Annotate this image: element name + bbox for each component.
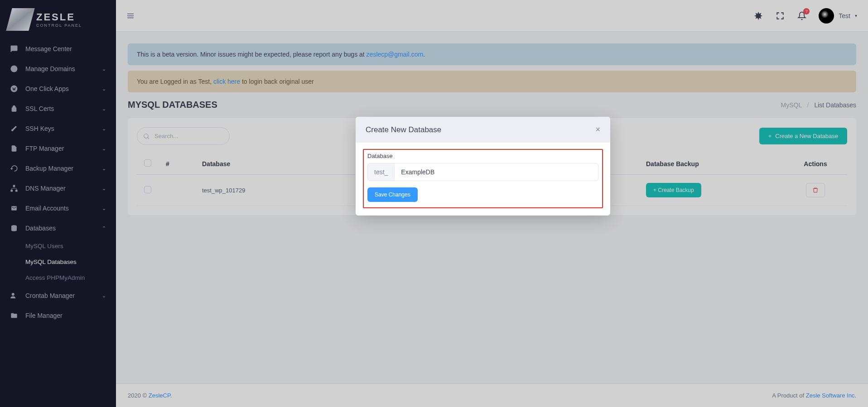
database-prefix: test_ xyxy=(368,163,395,181)
database-field-label: Database xyxy=(367,153,598,159)
create-database-modal: Create New Database × Database test_ Sav… xyxy=(356,117,610,215)
modal-title: Create New Database xyxy=(366,125,441,134)
save-changes-button[interactable]: Save Changes xyxy=(367,187,418,202)
close-icon[interactable]: × xyxy=(595,125,600,134)
database-name-input[interactable] xyxy=(395,163,598,181)
database-field-highlight: Database test_ Save Changes xyxy=(363,149,603,208)
database-input-group: test_ xyxy=(367,163,598,181)
